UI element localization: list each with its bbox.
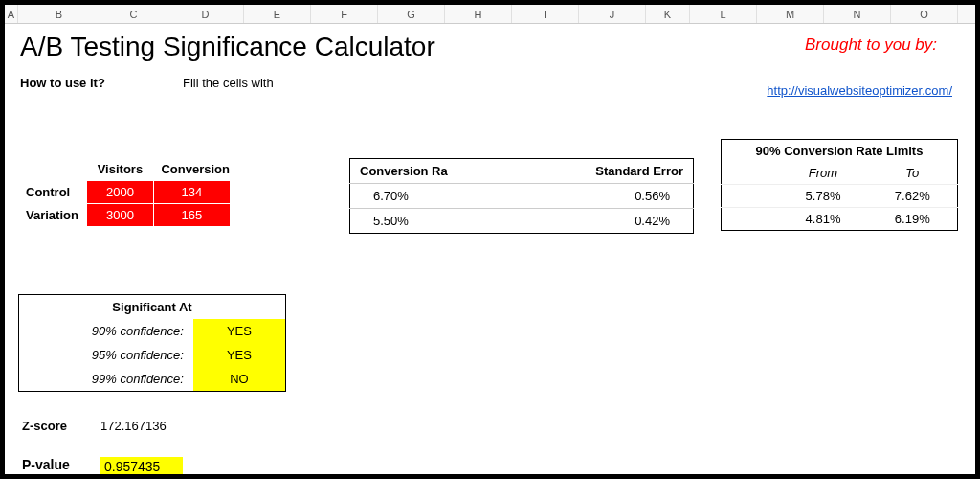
cell-variation-se: 0.42% [539, 209, 694, 234]
col-header-C[interactable]: C [100, 5, 167, 23]
significance-title: Significant At [19, 295, 286, 320]
cell-variation-conversions[interactable]: 165 [153, 204, 230, 227]
limits-title: 90% Conversion Rate Limits [722, 140, 958, 163]
pvalue-label: P-value [18, 457, 100, 476]
conf-value-90: YES [193, 319, 286, 343]
header-standard-error: Standard Error [539, 159, 694, 184]
zscore-value: 172.167136 [100, 419, 183, 433]
conf-value-99: NO [193, 367, 286, 392]
row-control: Control 2000 134 [18, 181, 230, 204]
row-variation: Variation 3000 165 [18, 204, 230, 227]
sig-row-99: 99% confidence: NO [19, 367, 286, 392]
header-visitors: Visitors [86, 158, 153, 181]
col-header-I[interactable]: I [512, 5, 579, 23]
cell-control-conversions[interactable]: 134 [153, 181, 230, 204]
conf-label-99: 99% confidence: [19, 367, 193, 392]
rates-table: Conversion Ra Standard Error 6.70% 0.56%… [349, 158, 694, 234]
col-header-G[interactable]: G [378, 5, 445, 23]
col-header-A[interactable]: A [5, 5, 18, 23]
row-label-variation: Variation [18, 204, 86, 227]
col-header-B[interactable]: B [18, 5, 100, 23]
conf-label-95: 95% confidence: [19, 343, 193, 367]
input-table: Visitors Conversions Control 2000 134 Va… [18, 158, 231, 227]
pvalue-value: 0.957435 [100, 457, 183, 476]
sig-row-90: 90% confidence: YES [19, 319, 286, 343]
cell-variation-cr: 5.50% [350, 209, 539, 234]
conf-value-95: YES [193, 343, 286, 367]
col-header-L[interactable]: L [690, 5, 757, 23]
attribution-text: Brought to you by: [805, 35, 937, 55]
col-header-N[interactable]: N [824, 5, 891, 23]
col-header-D[interactable]: D [167, 5, 244, 23]
col-header-F[interactable]: F [311, 5, 378, 23]
cell-control-from: 5.78% [779, 185, 868, 208]
rates-row-control: 6.70% 0.56% [350, 184, 694, 209]
limits-to-label: To [868, 162, 958, 185]
howto-label: How to use it? [20, 76, 183, 90]
row-label-control: Control [18, 181, 86, 204]
cell-variation-to: 6.19% [868, 208, 958, 231]
column-headers: ABCDEFGHIJKLMNO [5, 5, 975, 24]
limits-row-control: 5.78% 7.62% [722, 185, 958, 208]
header-conversion-rate: Conversion Ra [350, 159, 539, 184]
limits-table: 90% Conversion Rate Limits From To 5.78%… [721, 139, 958, 231]
spreadsheet-frame: ABCDEFGHIJKLMNO A/B Testing Significance… [0, 0, 980, 479]
zscore-row: Z-score 172.167136 [18, 419, 183, 433]
col-header-H[interactable]: H [445, 5, 512, 23]
col-header-K[interactable]: K [646, 5, 690, 23]
cell-variation-from: 4.81% [779, 208, 868, 231]
col-header-O[interactable]: O [891, 5, 958, 23]
cell-control-se: 0.56% [539, 184, 694, 209]
sig-row-95: 95% confidence: YES [19, 343, 286, 367]
conf-label-90: 90% confidence: [19, 319, 193, 343]
header-conversions: Conversions [153, 158, 230, 181]
pvalue-row: P-value 0.957435 [18, 457, 183, 476]
cell-control-cr: 6.70% [350, 184, 539, 209]
col-header-M[interactable]: M [757, 5, 824, 23]
limits-row-variation: 4.81% 6.19% [722, 208, 958, 231]
limits-from-label: From [779, 162, 868, 185]
col-header-J[interactable]: J [579, 5, 646, 23]
cell-variation-visitors[interactable]: 3000 [86, 204, 153, 227]
significance-table: Significant At 90% confidence: YES 95% c… [18, 294, 286, 392]
zscore-label: Z-score [18, 419, 100, 433]
rates-row-variation: 5.50% 0.42% [350, 209, 694, 234]
howto-text: Fill the cells with [183, 76, 298, 90]
cell-control-to: 7.62% [868, 185, 958, 208]
source-link[interactable]: http://visualwebsiteoptimizer.com/ [767, 83, 952, 98]
cell-control-visitors[interactable]: 2000 [86, 181, 153, 204]
col-header-E[interactable]: E [244, 5, 311, 23]
